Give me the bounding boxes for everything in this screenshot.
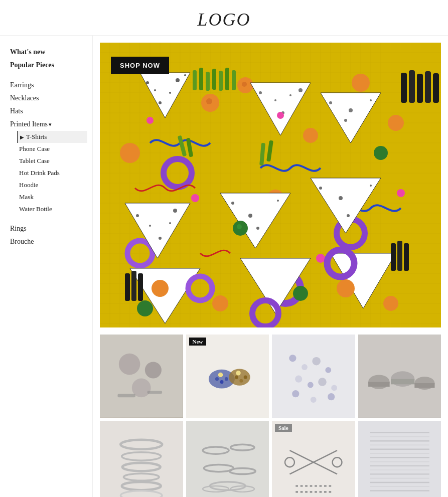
svg-point-148 bbox=[145, 362, 162, 378]
svg-point-90 bbox=[344, 119, 347, 122]
svg-rect-146 bbox=[100, 335, 183, 418]
svg-point-165 bbox=[302, 364, 308, 370]
svg-point-142 bbox=[383, 296, 398, 311]
svg-rect-68 bbox=[219, 71, 223, 91]
svg-point-60 bbox=[176, 78, 180, 82]
sidebar-item-brouche[interactable]: Brouche bbox=[10, 235, 87, 248]
svg-rect-181 bbox=[414, 383, 434, 388]
svg-rect-179 bbox=[391, 379, 414, 385]
sale-badge: Sale bbox=[275, 424, 292, 432]
svg-rect-197 bbox=[272, 421, 355, 498]
sidebar-item-hats[interactable]: Hats bbox=[10, 105, 87, 118]
product-cell-8[interactable] bbox=[358, 421, 441, 498]
svg-point-176 bbox=[368, 375, 390, 389]
svg-point-156 bbox=[236, 371, 240, 375]
printed-items-dropdown-arrow: ▾ bbox=[49, 121, 52, 128]
svg-point-61 bbox=[169, 92, 171, 94]
shop-now-button[interactable]: SHOP NOW bbox=[111, 57, 169, 74]
sidebar-item-mask[interactable]: Mask bbox=[17, 191, 87, 203]
new-badge: New bbox=[189, 338, 207, 346]
sidebar-item-water-bottle[interactable]: Water Bottle bbox=[17, 203, 87, 215]
svg-point-171 bbox=[331, 385, 337, 391]
layout: What's new Popular Pieces Earrings Neckl… bbox=[0, 36, 448, 497]
hero-overlay bbox=[100, 43, 441, 327]
svg-rect-66 bbox=[206, 72, 210, 91]
svg-point-83 bbox=[298, 88, 303, 92]
sidebar-item-necklaces[interactable]: Necklaces bbox=[10, 92, 87, 105]
sidebar-item-tablet-case[interactable]: Tablet Case bbox=[17, 155, 87, 167]
svg-point-82 bbox=[274, 99, 276, 101]
svg-rect-127 bbox=[391, 243, 396, 271]
svg-point-109 bbox=[159, 237, 162, 240]
svg-point-58 bbox=[146, 81, 149, 84]
sidebar-item-printed-items[interactable]: Printed Items ▾ bbox=[10, 118, 87, 131]
product-grid: New bbox=[100, 335, 441, 497]
svg-point-131 bbox=[237, 224, 242, 229]
tshirts-arrow-icon: ▶ bbox=[20, 134, 24, 140]
svg-point-170 bbox=[318, 378, 327, 386]
svg-rect-64 bbox=[193, 70, 197, 90]
svg-point-118 bbox=[339, 196, 343, 200]
svg-point-87 bbox=[329, 101, 332, 104]
svg-rect-93 bbox=[417, 74, 423, 103]
sidebar: What's new Popular Pieces Earrings Neckl… bbox=[0, 36, 93, 497]
svg-rect-150 bbox=[117, 394, 135, 397]
product-cell-4[interactable] bbox=[358, 335, 441, 418]
svg-point-107 bbox=[149, 225, 151, 227]
svg-rect-70 bbox=[232, 70, 236, 90]
header: LOGO bbox=[0, 0, 448, 36]
svg-rect-182 bbox=[100, 421, 183, 498]
product-cell-5[interactable] bbox=[100, 421, 183, 498]
svg-rect-125 bbox=[131, 271, 136, 301]
sidebar-item-hoodie[interactable]: Hoodie bbox=[17, 179, 87, 191]
svg-point-62 bbox=[159, 101, 162, 104]
svg-point-110 bbox=[169, 222, 171, 224]
sidebar-item-hot-drink-pads[interactable]: Hot Drink Pads bbox=[17, 167, 87, 179]
product-cell-7[interactable]: Sale bbox=[272, 421, 355, 498]
svg-rect-65 bbox=[199, 68, 203, 90]
svg-point-106 bbox=[136, 214, 139, 217]
svg-point-157 bbox=[215, 377, 218, 381]
svg-point-85 bbox=[289, 94, 291, 96]
svg-point-100 bbox=[191, 194, 199, 202]
svg-point-113 bbox=[248, 214, 252, 218]
svg-point-133 bbox=[137, 300, 153, 316]
svg-point-167 bbox=[325, 367, 331, 373]
svg-rect-128 bbox=[397, 241, 402, 271]
svg-point-81 bbox=[259, 91, 262, 94]
product-cell-2[interactable]: New bbox=[186, 335, 269, 418]
svg-point-89 bbox=[370, 99, 372, 101]
svg-rect-91 bbox=[401, 73, 407, 103]
svg-point-141 bbox=[337, 279, 355, 297]
svg-point-166 bbox=[312, 357, 321, 366]
sidebar-item-tshirts[interactable]: ▶ T-Shirts bbox=[17, 131, 87, 143]
product-cell-6[interactable] bbox=[186, 421, 269, 498]
svg-point-78 bbox=[352, 74, 370, 92]
svg-rect-151 bbox=[147, 391, 163, 394]
product-cell-1[interactable] bbox=[100, 335, 183, 418]
svg-point-59 bbox=[154, 89, 156, 91]
svg-point-77 bbox=[303, 128, 318, 143]
svg-rect-94 bbox=[425, 71, 431, 103]
sidebar-item-rings[interactable]: Rings bbox=[10, 222, 87, 235]
svg-point-174 bbox=[328, 393, 335, 400]
svg-point-88 bbox=[349, 108, 353, 112]
svg-point-117 bbox=[319, 187, 322, 190]
sidebar-item-whats-new[interactable]: What's new bbox=[10, 46, 87, 59]
svg-point-120 bbox=[347, 214, 350, 217]
svg-point-159 bbox=[224, 377, 228, 381]
sidebar-item-popular-pieces[interactable]: Popular Pieces bbox=[10, 59, 87, 72]
svg-point-139 bbox=[152, 280, 169, 297]
product-cell-3[interactable] bbox=[272, 335, 355, 418]
sidebar-item-phone-case[interactable]: Phone Case bbox=[17, 143, 87, 155]
svg-point-72 bbox=[206, 98, 212, 104]
svg-point-112 bbox=[231, 202, 234, 205]
svg-rect-92 bbox=[409, 70, 415, 103]
svg-point-147 bbox=[119, 354, 140, 375]
svg-point-161 bbox=[239, 379, 243, 383]
nav-gap-2 bbox=[10, 215, 87, 222]
svg-point-114 bbox=[277, 200, 279, 202]
sidebar-item-earrings[interactable]: Earrings bbox=[10, 79, 87, 92]
svg-point-75 bbox=[120, 143, 140, 163]
nav-gap-1 bbox=[10, 72, 87, 79]
